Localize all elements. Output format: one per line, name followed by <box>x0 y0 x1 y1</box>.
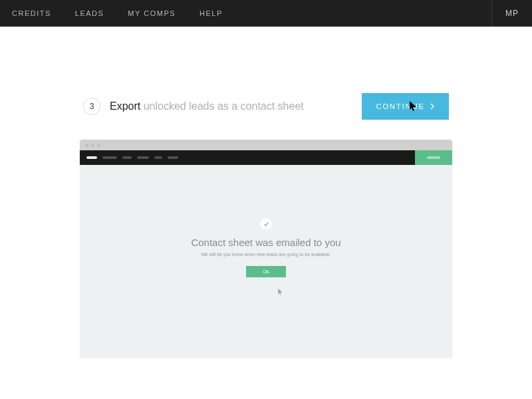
mockup-nav-pill <box>154 156 162 159</box>
nav-links: CREDITS LEADS MY COMPS HELP <box>0 0 235 27</box>
chevron-right-icon <box>430 103 434 110</box>
avatar[interactable]: MP <box>491 0 532 27</box>
mockup-nav-left <box>86 156 178 159</box>
avatar-initials: MP <box>505 9 519 18</box>
mockup-nav-pill <box>122 156 132 159</box>
step-header: 3 Export unlocked leads as a contact she… <box>83 93 449 120</box>
window-dot-icon <box>85 144 88 147</box>
mockup-titlebar <box>80 140 452 150</box>
step-number-badge: 3 <box>83 98 100 115</box>
mockup-nav-pill <box>86 156 97 159</box>
step-label-group: 3 Export unlocked leads as a contact she… <box>83 98 304 115</box>
mockup-nav-pill <box>168 156 178 159</box>
window-dot-icon <box>97 144 100 147</box>
continue-button[interactable]: CONTINUE <box>362 93 449 120</box>
continue-label: CONTINUE <box>376 102 425 110</box>
step-title: Export unlocked leads as a contact sheet <box>110 100 304 112</box>
window-dot-icon <box>91 144 94 147</box>
nav-my-comps[interactable]: MY COMPS <box>116 0 188 27</box>
browser-mockup: Contact sheet was emailed to you We will… <box>80 140 452 358</box>
nav-leads[interactable]: LEADS <box>63 0 116 27</box>
mockup-nav-pill <box>102 156 117 159</box>
confirmation-subtitle: We will let you know when new leads are … <box>201 252 331 257</box>
nav-credits[interactable]: CREDITS <box>0 0 63 27</box>
step-title-bold: Export <box>110 100 140 112</box>
mockup-body: Contact sheet was emailed to you We will… <box>80 165 452 358</box>
mockup-nav <box>80 150 452 165</box>
confirmation-title: Contact sheet was emailed to you <box>191 237 340 248</box>
step-subtitle: unlocked leads as a contact sheet <box>144 100 304 112</box>
top-navigation: CREDITS LEADS MY COMPS HELP MP <box>0 0 532 27</box>
check-circle-icon <box>260 218 272 230</box>
mockup-nav-pill <box>137 156 149 159</box>
nav-help[interactable]: HELP <box>188 0 235 27</box>
mockup-nav-pill <box>427 156 440 159</box>
ok-button[interactable]: Ok <box>246 266 287 277</box>
mockup-nav-button <box>415 150 452 165</box>
